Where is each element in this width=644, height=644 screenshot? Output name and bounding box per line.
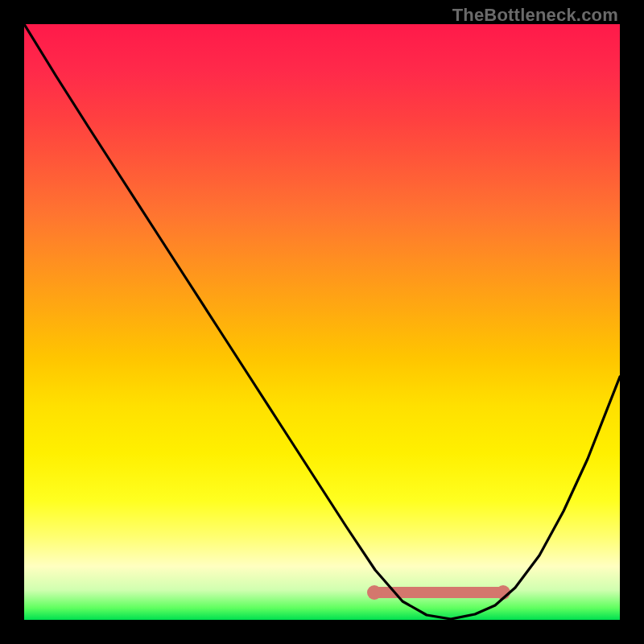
bottleneck-curve [24, 24, 620, 619]
curve-layer [24, 24, 620, 620]
chart-canvas: TheBottleneck.com [0, 0, 644, 644]
plot-area [24, 24, 620, 620]
watermark-text: TheBottleneck.com [452, 5, 618, 26]
optimal-range-dot-left [367, 585, 382, 600]
optimal-range-band [367, 585, 510, 600]
